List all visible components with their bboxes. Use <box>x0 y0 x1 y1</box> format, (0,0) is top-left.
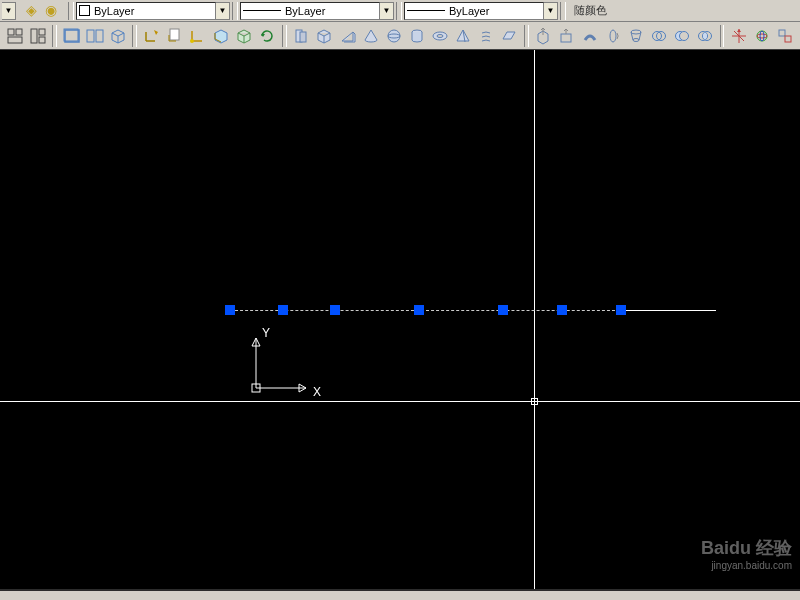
ucs-x-label: X <box>313 385 321 399</box>
grip[interactable] <box>278 305 288 315</box>
svg-point-30 <box>757 34 767 38</box>
svg-point-31 <box>760 31 764 41</box>
color-dd-arrow[interactable]: ▼ <box>216 2 230 20</box>
color-dd-label: ByLayer <box>94 5 213 17</box>
linetype-dd-arrow[interactable]: ▼ <box>380 2 394 20</box>
toolbar <box>0 22 800 50</box>
svg-rect-1 <box>16 29 22 35</box>
svg-rect-13 <box>300 32 306 42</box>
torus-button[interactable] <box>429 25 450 47</box>
sphere-button[interactable] <box>383 25 404 47</box>
loft-button[interactable] <box>625 25 646 47</box>
vport2-button[interactable] <box>84 25 105 47</box>
layer-states-icon[interactable]: ◉ <box>42 2 60 20</box>
layer-bar: ▼ ◈ ◉ ByLayer ▼ ByLayer ▼ ByLayer ▼ 随颜色 <box>0 0 800 22</box>
intersect-button[interactable] <box>695 25 716 47</box>
watermark-cn: 经验 <box>756 538 792 558</box>
separator <box>132 25 137 47</box>
view-cube-button[interactable] <box>234 25 255 47</box>
watermark-brand: Baidu <box>701 538 751 558</box>
grip[interactable] <box>225 305 235 315</box>
separator <box>52 25 57 47</box>
lineweight-dd-arrow[interactable]: ▼ <box>544 2 558 20</box>
wedge-button[interactable] <box>337 25 358 47</box>
vport3-button[interactable] <box>107 25 128 47</box>
pickbox-cursor <box>531 398 538 405</box>
ucs-origin-button[interactable] <box>187 25 208 47</box>
extrude-button[interactable] <box>533 25 554 47</box>
helix-button[interactable] <box>476 25 497 47</box>
status-bar <box>0 589 800 600</box>
svg-rect-4 <box>39 29 45 35</box>
svg-point-21 <box>631 30 641 34</box>
view-layout2-button[interactable] <box>27 25 48 47</box>
svg-rect-9 <box>96 30 103 42</box>
crosshair-horizontal <box>0 401 800 402</box>
separator <box>396 2 402 20</box>
planar-button[interactable] <box>499 25 520 47</box>
ucs-y-label: Y <box>262 326 270 340</box>
bycolor-label: 随颜色 <box>574 3 607 18</box>
linetype-dd-label: ByLayer <box>285 5 377 17</box>
grip[interactable] <box>498 305 508 315</box>
separator <box>68 2 74 20</box>
linetype-dropdown[interactable]: ByLayer <box>240 2 380 20</box>
watermark-url: jingyan.baidu.com <box>701 560 792 571</box>
svg-rect-0 <box>8 29 14 35</box>
lineweight-dropdown[interactable]: ByLayer <box>404 2 544 20</box>
color-swatch-icon <box>79 5 90 16</box>
3dmove-button[interactable] <box>728 25 749 47</box>
crosshair-vertical <box>534 50 535 589</box>
layer-control-icons: ◈ ◉ <box>22 2 60 20</box>
presspull-button[interactable] <box>556 25 577 47</box>
ucs-named-button[interactable] <box>164 25 185 47</box>
svg-rect-5 <box>39 37 45 43</box>
svg-rect-3 <box>31 29 37 43</box>
svg-rect-10 <box>170 29 179 40</box>
polysolid-button[interactable] <box>291 25 312 47</box>
svg-rect-6 <box>65 30 79 42</box>
selected-line-extension <box>616 310 716 311</box>
ucs-face-button[interactable] <box>211 25 232 47</box>
revolve-button[interactable] <box>602 25 623 47</box>
vport-button[interactable] <box>61 25 82 47</box>
svg-rect-2 <box>8 37 22 43</box>
lineweight-preview-icon <box>407 10 445 11</box>
drawing-canvas[interactable]: X Y Baidu 经验 jingyan.baidu.com <box>0 50 800 589</box>
svg-point-26 <box>679 31 688 40</box>
svg-point-22 <box>633 38 639 41</box>
box-button[interactable] <box>314 25 335 47</box>
layer-dd-arrow[interactable]: ▼ <box>2 2 16 20</box>
svg-point-11 <box>190 39 194 43</box>
watermark: Baidu 经验 jingyan.baidu.com <box>701 536 792 571</box>
svg-rect-8 <box>87 30 94 42</box>
3dalign-button[interactable] <box>775 25 796 47</box>
grip[interactable] <box>414 305 424 315</box>
separator <box>560 2 566 20</box>
linetype-preview-icon <box>243 10 281 11</box>
pyramid-button[interactable] <box>453 25 474 47</box>
subtract-button[interactable] <box>671 25 692 47</box>
svg-point-29 <box>757 31 767 41</box>
cone-button[interactable] <box>360 25 381 47</box>
layer-filter-icon[interactable]: ◈ <box>22 2 40 20</box>
union-button[interactable] <box>648 25 669 47</box>
ucs-world-button[interactable] <box>141 25 162 47</box>
lineweight-dd-label: ByLayer <box>449 5 541 17</box>
3drotate-button[interactable] <box>752 25 773 47</box>
svg-rect-7 <box>64 29 78 41</box>
svg-point-14 <box>388 30 400 42</box>
svg-rect-19 <box>561 34 571 42</box>
grip[interactable] <box>330 305 340 315</box>
separator <box>524 25 529 47</box>
view-layout1-button[interactable] <box>4 25 25 47</box>
svg-point-20 <box>610 30 616 42</box>
refresh-button[interactable] <box>257 25 278 47</box>
grip[interactable] <box>616 305 626 315</box>
cylinder-button[interactable] <box>406 25 427 47</box>
color-dropdown[interactable]: ByLayer <box>76 2 216 20</box>
svg-point-18 <box>437 34 443 37</box>
grip[interactable] <box>557 305 567 315</box>
sweep-button[interactable] <box>579 25 600 47</box>
separator <box>232 2 238 20</box>
